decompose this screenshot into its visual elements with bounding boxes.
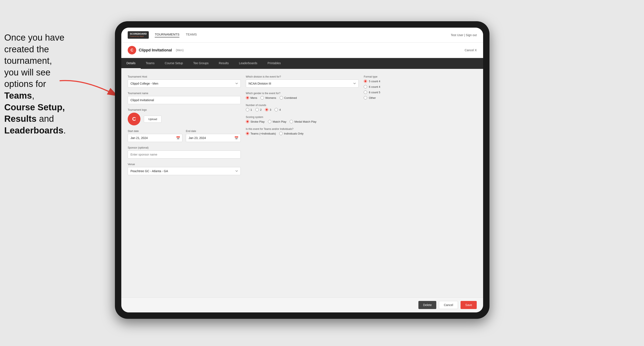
nav-link-tournaments[interactable]: TOURNAMENTS — [155, 32, 180, 37]
end-date-input[interactable] — [186, 134, 240, 142]
instruction-leaderboards: Leaderboards — [4, 125, 64, 135]
rounds-3[interactable]: 3 — [265, 108, 271, 111]
venue-label: Venue — [128, 163, 241, 166]
format-type-group: Format type 5 count 4 6 count 4 — [364, 75, 477, 99]
scoring-group: Scoring system Stroke Play Match Play — [246, 116, 359, 123]
tab-results[interactable]: Results — [214, 58, 234, 69]
nav-links: TOURNAMENTS TEAMS — [155, 32, 197, 37]
rounds-2-radio[interactable] — [256, 108, 259, 111]
teams-plus-individuals[interactable]: Teams (+Individuals) — [246, 132, 276, 135]
tab-bar: Details Teams Course Setup Tee Groups Re… — [121, 58, 483, 69]
scoring-radio-group: Stroke Play Match Play Medal Match Play — [246, 120, 359, 123]
rounds-3-label: 3 — [270, 108, 271, 111]
format-6count4-label: 6 count 4 — [369, 85, 380, 88]
scoring-stroke-play[interactable]: Stroke Play — [246, 120, 264, 123]
user-area[interactable]: Test User | Sign out — [451, 33, 477, 37]
form-grid: Tournament Host Clippd College - Men Tou… — [128, 75, 477, 179]
upload-button[interactable]: Upload — [144, 116, 162, 123]
teams-plus-individuals-radio[interactable] — [246, 132, 249, 135]
format-5count4-label: 5 count 4 — [369, 80, 380, 83]
rounds-group: Number of rounds 1 2 — [246, 104, 359, 111]
end-date-label: End date — [186, 130, 240, 133]
sponsor-input[interactable] — [128, 151, 241, 159]
scoring-stroke-play-radio[interactable] — [246, 120, 249, 123]
tournament-host-select[interactable]: Clippd College - Men — [128, 79, 241, 88]
gender-combined-radio[interactable] — [280, 96, 283, 99]
rounds-4[interactable]: 4 — [274, 108, 281, 111]
gender-mens-radio[interactable] — [246, 96, 249, 99]
logo-text: SCOREBOARD — [130, 32, 147, 35]
tournament-logo-label: Tournament logo — [128, 108, 241, 111]
gender-womens-radio[interactable] — [260, 96, 264, 99]
gender-group: Which gender is the event for? Mens Wome… — [246, 92, 359, 99]
format-6count5[interactable]: 6 count 5 — [364, 91, 477, 94]
format-6count4-radio[interactable] — [364, 85, 367, 88]
instruction-line1: Once you have — [4, 32, 64, 42]
gender-womens[interactable]: Womens — [260, 96, 276, 99]
teams-individuals-group: Is this event for Teams and/or Individua… — [246, 128, 359, 135]
date-row: Start date 📅 End date 📅 — [128, 130, 241, 146]
instruction-line2: created the — [4, 44, 49, 54]
scoring-match-play-radio[interactable] — [268, 120, 271, 123]
save-button[interactable]: Save — [460, 301, 477, 309]
format-6count4[interactable]: 6 count 4 — [364, 85, 477, 88]
venue-select[interactable]: Peachtree GC - Atlanta - GA — [128, 167, 241, 175]
format-other-label: Other — [369, 96, 376, 99]
teams-individuals-label: Is this event for Teams and/or Individua… — [246, 128, 359, 131]
tournament-name-label: Tournament name — [128, 92, 241, 95]
rounds-4-label: 4 — [279, 108, 281, 111]
logo-upload-area: C Upload — [128, 113, 241, 125]
tournament-name-group: Tournament name — [128, 92, 241, 104]
tab-course-setup[interactable]: Course Setup — [160, 58, 188, 69]
tournament-icon: C — [128, 46, 136, 54]
end-date-wrap: 📅 — [186, 134, 240, 142]
cancel-button[interactable]: Cancel — [439, 301, 458, 309]
tab-printables[interactable]: Printables — [262, 58, 286, 69]
individuals-only-radio[interactable] — [279, 132, 283, 135]
scoring-match-play[interactable]: Match Play — [268, 120, 286, 123]
gender-combined[interactable]: Combined — [280, 96, 297, 99]
format-other-radio[interactable] — [364, 96, 367, 99]
format-other[interactable]: Other — [364, 96, 477, 99]
logo-circle: C — [128, 113, 140, 125]
scoring-medal-match-play-label: Medal Match Play — [294, 120, 316, 123]
cancel-x-button[interactable]: Cancel X — [464, 48, 477, 52]
tournament-name-input[interactable] — [128, 96, 241, 104]
bottom-bar: Delete Cancel Save — [121, 297, 483, 312]
scoring-label: Scoring system — [246, 116, 359, 119]
end-date-calendar-icon: 📅 — [234, 136, 238, 140]
format-5count4[interactable]: 5 count 4 — [364, 79, 477, 83]
nav-link-teams[interactable]: TEAMS — [186, 32, 197, 37]
start-date-input[interactable] — [128, 134, 182, 142]
format-5count4-radio[interactable] — [364, 79, 367, 83]
gender-mens[interactable]: Mens — [246, 96, 257, 99]
venue-group: Venue Peachtree GC - Atlanta - GA — [128, 163, 241, 175]
tournament-header: C Clippd Invitational (Men) Cancel X — [121, 42, 483, 58]
format-6count5-radio[interactable] — [364, 91, 367, 94]
scoring-medal-match-play[interactable]: Medal Match Play — [290, 120, 316, 123]
individuals-only[interactable]: Individuals Only — [279, 132, 304, 135]
user-text[interactable]: Test User | Sign out — [451, 33, 477, 37]
rounds-1[interactable]: 1 — [246, 108, 252, 111]
instruction-results: Results — [4, 114, 36, 124]
gender-mens-label: Mens — [250, 96, 257, 99]
gender-womens-label: Womens — [265, 96, 276, 99]
rounds-3-radio[interactable] — [265, 108, 268, 111]
tournament-name: Clippd Invitational — [139, 48, 172, 52]
tab-tee-groups[interactable]: Tee Groups — [188, 58, 214, 69]
logo-area: SCOREBOARD Powered by clippd TOURNAMENTS… — [128, 31, 197, 39]
tab-leaderboards[interactable]: Leaderboards — [234, 58, 262, 69]
rounds-4-radio[interactable] — [274, 108, 278, 111]
scoring-medal-match-play-radio[interactable] — [290, 120, 293, 123]
rounds-2[interactable]: 2 — [256, 108, 262, 111]
logo-sub: Powered by clippd — [130, 35, 147, 37]
tab-details[interactable]: Details — [121, 58, 141, 69]
sponsor-group: Sponsor (optional) — [128, 146, 241, 159]
scoring-stroke-play-label: Stroke Play — [250, 120, 264, 123]
rounds-1-radio[interactable] — [246, 108, 249, 111]
format-radio-section: 5 count 4 6 count 4 6 count 5 — [364, 79, 477, 99]
end-date-group: End date 📅 — [186, 130, 240, 142]
tab-teams[interactable]: Teams — [141, 58, 160, 69]
delete-button[interactable]: Delete — [418, 301, 436, 309]
division-select[interactable]: NCAA Division III — [246, 79, 359, 88]
